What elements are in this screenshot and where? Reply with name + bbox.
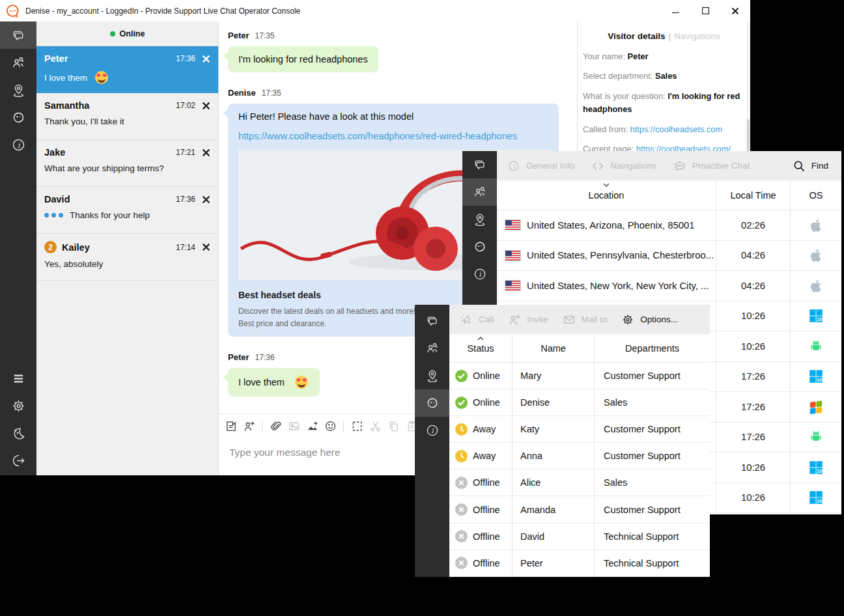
sidebar-item-info[interactable]	[462, 260, 497, 288]
detail-field: Your name: Peter	[583, 50, 742, 63]
operators-table-header: Status Name Departments	[449, 334, 710, 363]
minimize-button[interactable]	[660, 0, 690, 21]
night-mode-icon	[11, 426, 26, 441]
operator-row[interactable]: Away Anna Customer Support	[449, 443, 710, 469]
toolbar-divider	[262, 421, 262, 432]
visitors-table-header: Location Local Time OS	[497, 180, 841, 210]
visitor-row[interactable]: United States, New York, New York City, …	[497, 271, 841, 301]
search-icon	[793, 160, 806, 173]
us-flag-icon	[505, 281, 520, 290]
close-chat-icon[interactable]	[202, 102, 210, 110]
operator-row[interactable]: Offline Amanda Customer Support	[449, 496, 710, 523]
column-header-status[interactable]: Status	[449, 334, 513, 362]
message-time: 17:35	[262, 89, 281, 98]
chat-list-item[interactable]: David 17:36 Thanks for your help	[36, 187, 218, 234]
chat-list-item[interactable]: Samantha 17:02 Thank you, I'll take it	[36, 93, 218, 140]
chat-name: David	[44, 194, 70, 204]
apple-icon	[808, 247, 824, 263]
tab-navigations[interactable]: Navigations	[674, 31, 720, 41]
sort-desc-icon	[603, 183, 610, 187]
sidebar-item-geo[interactable]	[0, 76, 36, 104]
sidebar-item-visitors[interactable]	[415, 335, 449, 362]
settings-button[interactable]	[0, 392, 36, 419]
mail-to-button: Mail to	[563, 313, 608, 326]
sidebar-item-operators[interactable]	[0, 104, 36, 131]
tab-visitor-details[interactable]: Visitor details	[608, 31, 665, 41]
maximize-button[interactable]	[690, 0, 720, 21]
chat-list-item[interactable]: Peter 17:36 I love them	[36, 46, 218, 93]
image-icon	[287, 420, 300, 433]
away-status-icon	[455, 423, 468, 436]
close-button[interactable]	[720, 0, 750, 21]
gear-icon	[621, 313, 634, 326]
location-icon	[11, 83, 26, 98]
operator-row[interactable]: Offline Alice Sales	[449, 469, 710, 496]
sidebar-item-info[interactable]	[415, 417, 449, 444]
find-button[interactable]: Find	[793, 160, 828, 173]
visitor-row[interactable]: United States, Pennsylvania, Chesterbroo…	[497, 241, 841, 272]
night-mode-button[interactable]	[0, 419, 36, 447]
sidebar-item-chats[interactable]	[0, 21, 36, 49]
canned-message-icon[interactable]	[224, 420, 237, 433]
operator-row[interactable]: Offline Peter Technical Support	[449, 550, 710, 577]
chat-name: Jake	[44, 147, 65, 158]
heart-eyes-emoji-icon	[94, 70, 109, 85]
person-add-icon[interactable]	[242, 420, 255, 433]
close-chat-icon[interactable]	[202, 195, 210, 204]
sidebar-item-info[interactable]	[0, 131, 36, 158]
visitor-row[interactable]: United States, Arizona, Phoenix, 85001 0…	[497, 210, 841, 241]
column-header-name[interactable]: Name	[513, 334, 595, 362]
sidebar-item-operators[interactable]	[462, 233, 497, 260]
menu-button[interactable]	[0, 365, 36, 392]
sidebar-item-chats[interactable]	[415, 307, 449, 335]
chat-preview: Thank you, I'll take it	[44, 117, 124, 126]
chat-preview: What are your shipping terms?	[44, 163, 164, 173]
close-chat-icon[interactable]	[202, 243, 210, 251]
chat-list-item[interactable]: 2 Kailey 17:14 Yes, absolutely	[36, 234, 218, 281]
image-add-icon[interactable]	[305, 420, 318, 433]
sidebar-item-geo[interactable]	[415, 362, 449, 389]
column-header-departments[interactable]: Departments	[595, 334, 710, 362]
column-header-os[interactable]: OS	[791, 180, 841, 210]
sidebar-item-geo[interactable]	[462, 206, 497, 233]
us-flag-icon	[505, 220, 520, 230]
sidebar-item-visitors[interactable]	[0, 49, 36, 76]
operator-presence[interactable]: Online	[36, 21, 218, 46]
sidebar-item-chats[interactable]	[462, 151, 497, 178]
message-text: Hi Peter! Please have a look at this mod…	[238, 111, 414, 122]
operator-row[interactable]: Online Mary Customer Support	[449, 363, 710, 389]
person-add-icon	[508, 313, 521, 326]
close-chat-icon[interactable]	[202, 148, 210, 157]
sort-asc-icon	[477, 337, 484, 341]
megaphone-icon	[460, 313, 473, 326]
paperclip-icon[interactable]	[269, 420, 282, 433]
operator-row[interactable]: Offline David Technical Support	[449, 524, 710, 550]
logout-button[interactable]	[0, 447, 36, 474]
called-from-link[interactable]: https://coolheadsets.com	[630, 124, 723, 134]
smiley-icon[interactable]	[324, 420, 337, 433]
away-status-icon	[455, 450, 468, 462]
select-area-icon[interactable]	[350, 420, 363, 433]
tab-proactive-chat: Proactive Chat	[673, 160, 750, 173]
visitor-message-bubble: I love them	[228, 368, 320, 397]
android-icon	[808, 429, 824, 445]
chats-icon	[425, 314, 440, 328]
operator-row[interactable]: Away Katy Customer Support	[449, 416, 710, 443]
operators-headset-icon	[11, 110, 26, 125]
message-text: I love them	[238, 376, 285, 389]
options-button[interactable]: Options...	[621, 313, 678, 326]
message-link[interactable]: https://www.coolheadsets.com/headphones/…	[238, 130, 548, 143]
column-header-location[interactable]: Location	[497, 180, 716, 210]
call-button: Call	[460, 313, 494, 326]
online-status-icon	[455, 370, 468, 382]
sidebar-item-operators[interactable]	[415, 389, 449, 417]
offline-status-icon	[455, 530, 468, 542]
operator-row[interactable]: Online Denise Sales	[449, 389, 710, 416]
sidebar-item-visitors[interactable]	[462, 178, 497, 206]
visitor-message-bubble: I'm looking for red headphones	[228, 46, 378, 72]
column-header-local-time[interactable]: Local Time	[716, 180, 791, 210]
close-chat-icon[interactable]	[202, 55, 210, 63]
operators-headset-icon	[425, 396, 440, 410]
chat-list-item[interactable]: Jake 17:21 What are your shipping terms?	[36, 140, 218, 187]
chats-icon	[11, 28, 26, 43]
